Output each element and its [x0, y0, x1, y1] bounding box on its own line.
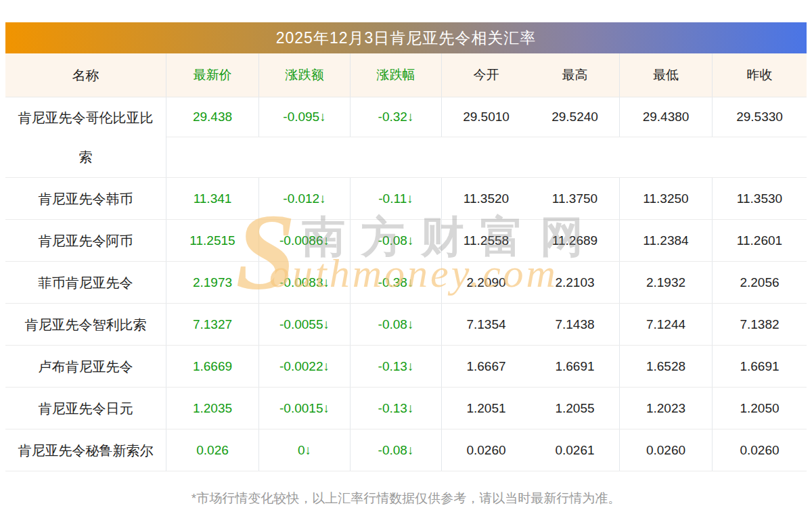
change-percent-cell: -0.13↓ — [350, 346, 441, 387]
change-percent-cell: -0.32↓ — [350, 97, 441, 137]
column-header-latest: 最新价 — [166, 53, 258, 97]
change-amount-cell: -0.0086↓ — [258, 220, 350, 261]
high-cell: 11.2689 — [531, 220, 619, 261]
high-cell: 29.5240 — [531, 97, 619, 137]
change-percent-cell: -0.38↓ — [350, 262, 441, 303]
currency-pair-name: 卢布肯尼亚先令 — [5, 346, 166, 387]
exchange-rate-table: 肯尼亚先令哥伦比亚比索29.438-0.095↓-0.32↓29.501029.… — [5, 97, 807, 471]
latest-price-cell: 11.341 — [166, 178, 258, 219]
prev-close-cell: 1.2050 — [712, 388, 807, 429]
currency-pair-name: 肯尼亚先令秘鲁新索尔 — [5, 429, 166, 471]
low-cell: 11.3250 — [619, 178, 712, 219]
currency-pair-name: 菲币肯尼亚先令 — [5, 262, 166, 303]
latest-price-cell: 7.1327 — [166, 304, 258, 345]
open-cell: 0.0260 — [441, 429, 531, 471]
change-percent-cell: -0.13↓ — [350, 388, 441, 429]
currency-pair-name: 肯尼亚先令日元 — [5, 388, 166, 429]
prev-close-cell: 0.0260 — [712, 429, 807, 471]
currency-pair-name: 肯尼亚先令哥伦比亚比索 — [5, 97, 166, 177]
change-amount-cell: -0.0022↓ — [258, 346, 350, 387]
column-header-change: 涨跌额 — [258, 53, 350, 97]
change-amount-cell: -0.0055↓ — [258, 304, 350, 345]
prev-close-cell: 1.6691 — [712, 346, 807, 387]
latest-price-cell: 1.6669 — [166, 346, 258, 387]
low-cell: 2.1932 — [619, 262, 712, 303]
change-percent-cell: -0.08↓ — [350, 220, 441, 261]
table-row: 肯尼亚先令韩币11.341-0.012↓-0.11↓11.352011.3750… — [5, 178, 807, 220]
change-amount-cell: -0.0015↓ — [258, 388, 350, 429]
high-cell: 1.6691 — [531, 346, 619, 387]
prev-close-cell: 11.3530 — [712, 178, 807, 219]
column-header-high: 最高 — [531, 53, 619, 97]
low-cell: 29.4380 — [619, 97, 712, 137]
high-cell: 0.0261 — [531, 429, 619, 471]
column-header-pct: 涨跌幅 — [350, 53, 441, 97]
open-cell: 7.1354 — [441, 304, 531, 345]
latest-price-cell: 2.1973 — [166, 262, 258, 303]
table-row: 卢布肯尼亚先令1.6669-0.0022↓-0.13↓1.66671.66911… — [5, 346, 807, 388]
change-amount-cell: 0↓ — [258, 429, 350, 471]
latest-price-cell: 29.438 — [166, 97, 258, 137]
column-header-open: 今开 — [441, 53, 531, 97]
open-cell: 29.5010 — [441, 97, 531, 137]
column-header-low: 最低 — [619, 53, 712, 97]
latest-price-cell: 11.2515 — [166, 220, 258, 261]
open-cell: 1.6667 — [441, 346, 531, 387]
currency-pair-name: 肯尼亚先令韩币 — [5, 178, 166, 219]
column-header-prev: 昨收 — [712, 53, 807, 97]
table-header-row: 名称最新价涨跌额涨跌幅今开最高最低昨收 — [5, 53, 807, 97]
low-cell: 11.2384 — [619, 220, 712, 261]
open-cell: 2.2090 — [441, 262, 531, 303]
high-cell: 11.3750 — [531, 178, 619, 219]
table-row: 肯尼亚先令智利比索7.1327-0.0055↓-0.08↓7.13547.143… — [5, 304, 807, 346]
low-cell: 1.6528 — [619, 346, 712, 387]
change-percent-cell: -0.08↓ — [350, 304, 441, 345]
high-cell: 1.2055 — [531, 388, 619, 429]
page-title: 2025年12月3日肯尼亚先令相关汇率 — [5, 22, 807, 53]
open-cell: 1.2051 — [441, 388, 531, 429]
table-row: 肯尼亚先令哥伦比亚比索29.438-0.095↓-0.32↓29.501029.… — [5, 97, 807, 178]
high-cell: 7.1438 — [531, 304, 619, 345]
low-cell: 0.0260 — [619, 429, 712, 471]
change-amount-cell: -0.0083↓ — [258, 262, 350, 303]
currency-pair-name: 肯尼亚先令阿币 — [5, 220, 166, 261]
prev-close-cell: 11.2601 — [712, 220, 807, 261]
currency-pair-name: 肯尼亚先令智利比索 — [5, 304, 166, 345]
table-row: 肯尼亚先令秘鲁新索尔0.0260↓-0.08↓0.02600.02610.026… — [5, 429, 807, 471]
open-cell: 11.2558 — [441, 220, 531, 261]
prev-close-cell: 2.2056 — [712, 262, 807, 303]
prev-close-cell: 7.1382 — [712, 304, 807, 345]
change-percent-cell: -0.11↓ — [350, 178, 441, 219]
column-header-name: 名称 — [5, 53, 166, 97]
low-cell: 7.1244 — [619, 304, 712, 345]
change-amount-cell: -0.095↓ — [258, 97, 350, 137]
high-cell: 2.2103 — [531, 262, 619, 303]
prev-close-cell: 29.5330 — [712, 97, 807, 137]
change-percent-cell: -0.08↓ — [350, 429, 441, 471]
table-row: 菲币肯尼亚先令2.1973-0.0083↓-0.38↓2.20902.21032… — [5, 262, 807, 304]
disclaimer-text: *市场行情变化较快，以上汇率行情数据仅供参考，请以当时最新行情为准。 — [5, 490, 807, 507]
row-overflow-spacer — [166, 137, 807, 177]
latest-price-cell: 0.026 — [166, 429, 258, 471]
table-row: 肯尼亚先令阿币11.2515-0.0086↓-0.08↓11.255811.26… — [5, 220, 807, 262]
exchange-rate-page: 2025年12月3日肯尼亚先令相关汇率 名称最新价涨跌额涨跌幅今开最高最低昨收 … — [0, 0, 812, 512]
latest-price-cell: 1.2035 — [166, 388, 258, 429]
table-row: 肯尼亚先令日元1.2035-0.0015↓-0.13↓1.20511.20551… — [5, 388, 807, 429]
low-cell: 1.2023 — [619, 388, 712, 429]
change-amount-cell: -0.012↓ — [258, 178, 350, 219]
open-cell: 11.3520 — [441, 178, 531, 219]
